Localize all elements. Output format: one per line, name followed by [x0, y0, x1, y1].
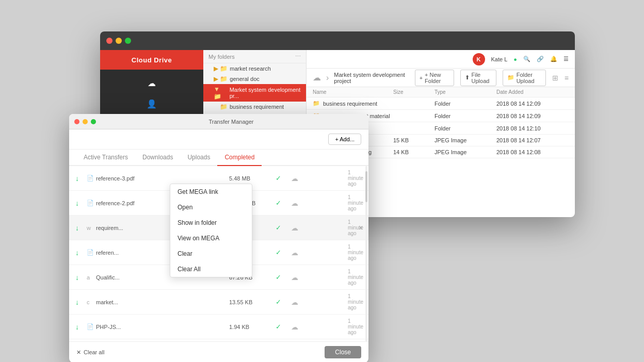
tab-uploads[interactable]: Uploads — [180, 150, 217, 166]
ctx-item-open[interactable]: Open — [170, 200, 252, 215]
add-button[interactable]: + Add... — [328, 134, 361, 145]
minimize-traffic-light[interactable] — [116, 38, 122, 44]
sidebar-brand: Cloud Drive — [100, 50, 203, 70]
transfer-tabs: Active Transfers Downloads Uploads Compl… — [69, 150, 368, 166]
view-grid-icon[interactable]: ⊞ — [552, 74, 558, 82]
sidebar-icon-cloud[interactable]: ☁ — [142, 74, 161, 92]
bell-icon[interactable]: 🔔 — [550, 56, 557, 62]
ctx-item-view-mega[interactable]: View on MEGA — [170, 231, 252, 246]
tm-traffic-yellow[interactable] — [83, 119, 88, 124]
cloud-icon: ☁ — [291, 273, 348, 282]
transfer-row: ↓ c market... 13.55 KB ✓ ☁ 1 minute ago — [69, 290, 368, 315]
check-icon: ✓ — [276, 249, 291, 256]
close-icon[interactable]: ✕ — [358, 224, 363, 232]
transfer-time: 1 minute ago — [348, 170, 362, 187]
transfer-file-name: reference-3.pdf — [96, 175, 229, 182]
col-size: Size — [393, 89, 434, 95]
cloud-icon: ☁ — [313, 73, 321, 83]
ctx-item-clear-all[interactable]: Clear All — [170, 261, 252, 277]
folder-icon: 📁 — [313, 100, 320, 107]
tree-item-general-doc[interactable]: ▶ 📁 general doc — [203, 74, 306, 84]
file-type-icon: a — [87, 274, 96, 281]
check-icon: ✓ — [276, 323, 291, 331]
clear-all-label: Clear all — [84, 349, 104, 355]
breadcrumb-project: Market system development project — [334, 72, 409, 84]
tab-completed[interactable]: Completed — [217, 150, 262, 166]
tree-item-market-research[interactable]: ▶ 📁 market research — [203, 63, 306, 74]
file-type-icon: c — [87, 299, 96, 305]
tree-header-icon: ⋯ — [295, 53, 301, 60]
col-date: Date Added — [496, 89, 569, 95]
breadcrumb-bar: ☁ › Market system development project + … — [307, 69, 575, 87]
file-name-cell: 📁business requirement — [313, 100, 393, 107]
cloud-toolbar-right: + + New Folder ⬆ File Upload 📁 Folder Up… — [415, 70, 569, 86]
scrollbar-track[interactable] — [365, 166, 367, 341]
view-list-icon[interactable]: ≡ — [565, 74, 569, 82]
file-upload-button[interactable]: ⬆ File Upload — [460, 70, 496, 86]
file-row[interactable]: 📁business requirement Folder 2018 08 14 … — [307, 97, 575, 110]
file-type-icon: 📄 — [87, 249, 96, 256]
transfer-row: ↓ 📄 search.php 1.82 KB ✓ ☁ 1 minute ago — [69, 339, 368, 341]
tab-active-transfers[interactable]: Active Transfers — [76, 150, 135, 166]
tree-item-market-system[interactable]: ▼ 📁 Market system development pr... — [203, 84, 306, 102]
context-menu: Get MEGA link Open Show in folder View o… — [170, 184, 252, 277]
check-icon: ✓ — [276, 199, 291, 207]
ctx-item-show-folder[interactable]: Show in folder — [170, 215, 252, 231]
transfer-time: 1 minute ago — [348, 318, 362, 335]
my-folders-label: My folders — [208, 54, 235, 60]
search-icon[interactable]: 🔍 — [523, 56, 530, 62]
cloud-icon: ☁ — [291, 323, 348, 331]
file-upload-label: File Upload — [472, 72, 492, 84]
link-icon[interactable]: 🔗 — [537, 56, 544, 62]
transfer-time: 1 minute ago — [348, 269, 362, 286]
check-icon: ✓ — [276, 273, 291, 281]
download-icon: ↓ — [75, 273, 87, 282]
cloud-icon: ☁ — [291, 298, 348, 306]
folder-upload-button[interactable]: 📁 Folder Upload — [503, 70, 546, 86]
plus-icon: + — [420, 75, 423, 81]
folder-upload-icon: 📁 — [507, 74, 514, 81]
tree-item-business-req[interactable]: 📁 business requirement — [203, 102, 306, 112]
close-traffic-light[interactable] — [106, 38, 112, 44]
tree-item-label: business requirement — [230, 104, 284, 110]
status-dot: ● — [513, 56, 517, 62]
transfer-header: + Add... — [69, 129, 368, 150]
tab-downloads[interactable]: Downloads — [135, 150, 180, 166]
tm-traffic-green[interactable] — [91, 119, 96, 124]
transfer-file-name: PHP-JS... — [96, 324, 229, 330]
menu-icon[interactable]: ☰ — [564, 56, 569, 62]
transfer-time: 1 minute ago — [348, 244, 362, 261]
clear-all-button[interactable]: ✕ Clear all — [76, 349, 104, 356]
transfer-time: 1 minute ago — [348, 194, 362, 211]
download-icon: ↓ — [75, 298, 87, 306]
check-icon: ✓ — [276, 174, 291, 182]
tree-item-label: market research — [230, 65, 270, 72]
folder-icon: ▶ 📁 — [214, 75, 228, 83]
download-icon: ↓ — [75, 323, 87, 331]
transfer-size: 13.55 KB — [229, 299, 276, 305]
file-type-icon: 📄 — [87, 200, 96, 206]
new-folder-button[interactable]: + + New Folder — [415, 70, 454, 86]
cloud-icon: ☁ — [291, 249, 348, 257]
user-name: Kate L — [491, 56, 508, 62]
file-type-icon: 📄 — [87, 323, 96, 330]
sidebar-icon-person[interactable]: 👤 — [142, 94, 161, 113]
new-folder-label: + New Folder — [425, 72, 449, 84]
ctx-item-mega-link[interactable]: Get MEGA link — [170, 184, 252, 200]
transfer-row: ↓ 📄 PHP-JS... 1.94 KB ✓ ☁ 1 minute ago — [69, 315, 368, 339]
tm-traffic-red[interactable] — [74, 119, 79, 124]
ctx-item-clear[interactable]: Clear — [170, 246, 252, 261]
folder-icon: ▶ 📁 — [214, 65, 228, 72]
col-type: Type — [434, 89, 496, 95]
transfer-size: 5.48 MB — [229, 175, 276, 182]
transfer-size: 1.94 KB — [229, 324, 276, 330]
scrollbar-thumb[interactable] — [365, 171, 367, 202]
cloud-icon: ☁ — [291, 199, 348, 207]
tree-item-label: Market system development pr... — [230, 87, 302, 99]
cloud-titlebar — [100, 31, 575, 50]
breadcrumb-sep: › — [326, 73, 329, 83]
cloud-header-right: K Kate L ● 🔍 🔗 🔔 ☰ — [307, 50, 575, 69]
maximize-traffic-light[interactable] — [125, 38, 131, 44]
folder-upload-label: Folder Upload — [517, 72, 541, 84]
close-button[interactable]: Close — [325, 346, 361, 358]
